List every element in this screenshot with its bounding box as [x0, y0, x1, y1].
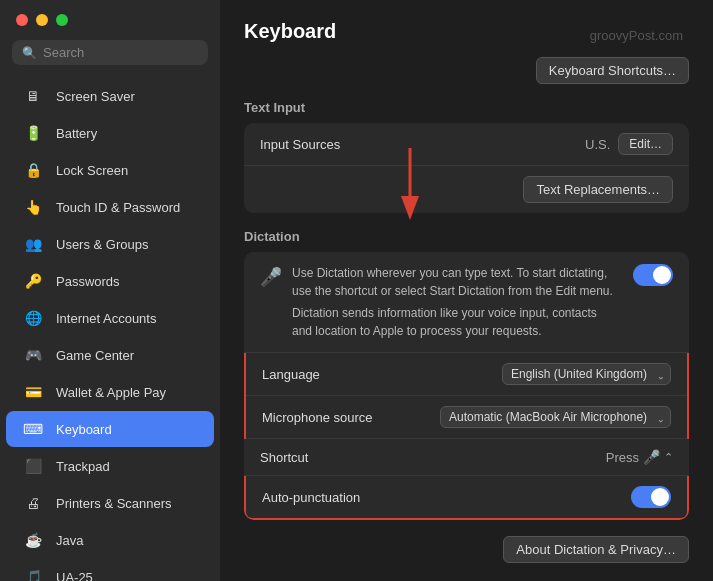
- sidebar-label-keyboard: Keyboard: [56, 422, 112, 437]
- search-icon: 🔍: [22, 46, 37, 60]
- keyboard-shortcuts-button[interactable]: Keyboard Shortcuts…: [536, 57, 689, 84]
- watermark: groovyPost.com: [590, 28, 683, 43]
- input-sources-label: Input Sources: [260, 137, 340, 152]
- sidebar-icon-battery: 🔋: [20, 120, 46, 146]
- sidebar-item-users-groups[interactable]: 👥Users & Groups: [6, 226, 214, 262]
- auto-punctuation-label: Auto-punctuation: [262, 490, 360, 505]
- sidebar-icon-keyboard: ⌨: [20, 416, 46, 442]
- about-dictation-button[interactable]: About Dictation & Privacy…: [503, 536, 689, 563]
- sidebar-label-lock-screen: Lock Screen: [56, 163, 128, 178]
- auto-punctuation-toggle[interactable]: [631, 486, 671, 508]
- main-content: groovyPost.com Keyboard Keyboard Shortcu…: [220, 0, 713, 581]
- sidebar-icon-passwords: 🔑: [20, 268, 46, 294]
- shortcut-value: Press 🎤 ⌃: [606, 449, 673, 465]
- bottom-row: About Dictation & Privacy…: [244, 536, 689, 563]
- sidebar-item-printers-scanners[interactable]: 🖨Printers & Scanners: [6, 485, 214, 521]
- sidebar-item-wallet[interactable]: 💳Wallet & Apple Pay: [6, 374, 214, 410]
- sidebar: 🔍 🖥Screen Saver🔋Battery🔒Lock Screen👆Touc…: [0, 0, 220, 581]
- sidebar-item-java[interactable]: ☕Java: [6, 522, 214, 558]
- input-sources-row: Input Sources U.S. Edit…: [244, 123, 689, 166]
- sidebar-item-touch-id[interactable]: 👆Touch ID & Password: [6, 189, 214, 225]
- sidebar-label-trackpad: Trackpad: [56, 459, 110, 474]
- sidebar-item-trackpad[interactable]: ⬛Trackpad: [6, 448, 214, 484]
- dictation-section-label: Dictation: [244, 229, 689, 244]
- sidebar-item-screen-saver[interactable]: 🖥Screen Saver: [6, 78, 214, 114]
- sidebar-icon-printers-scanners: 🖨: [20, 490, 46, 516]
- sidebar-label-printers-scanners: Printers & Scanners: [56, 496, 172, 511]
- shortcut-row: Shortcut Press 🎤 ⌃: [244, 439, 689, 476]
- language-select-wrapper[interactable]: English (United Kingdom): [502, 363, 671, 385]
- traffic-lights: [0, 0, 220, 36]
- sidebar-item-battery[interactable]: 🔋Battery: [6, 115, 214, 151]
- sidebar-item-keyboard[interactable]: ⌨Keyboard: [6, 411, 214, 447]
- sidebar-label-battery: Battery: [56, 126, 97, 141]
- input-sources-value: U.S. Edit…: [585, 133, 673, 155]
- sidebar-item-lock-screen[interactable]: 🔒Lock Screen: [6, 152, 214, 188]
- minimize-button[interactable]: [36, 14, 48, 26]
- language-select[interactable]: English (United Kingdom): [502, 363, 671, 385]
- sidebar-label-users-groups: Users & Groups: [56, 237, 148, 252]
- sidebar-item-game-center[interactable]: 🎮Game Center: [6, 337, 214, 373]
- input-sources-current: U.S.: [585, 137, 610, 152]
- sidebar-label-wallet: Wallet & Apple Pay: [56, 385, 166, 400]
- sidebar-icon-wallet: 💳: [20, 379, 46, 405]
- microphone-icon: 🎤: [260, 266, 282, 288]
- microphone-source-row: Microphone source Automatic (MacBook Air…: [246, 396, 687, 439]
- sidebar-label-screen-saver: Screen Saver: [56, 89, 135, 104]
- sidebar-icon-users-groups: 👥: [20, 231, 46, 257]
- sidebar-item-internet-accounts[interactable]: 🌐Internet Accounts: [6, 300, 214, 336]
- sidebar-icon-game-center: 🎮: [20, 342, 46, 368]
- sidebar-icon-ua25: 🎵: [20, 564, 46, 581]
- language-label: Language: [262, 367, 320, 382]
- dictation-toggle[interactable]: [633, 264, 673, 286]
- sidebar-label-internet-accounts: Internet Accounts: [56, 311, 156, 326]
- sidebar-label-ua25: UA-25: [56, 570, 93, 582]
- dictation-desc-text2: Dictation sends information like your vo…: [292, 304, 613, 340]
- dictation-description-row: 🎤 Use Dictation wherever you can type te…: [244, 252, 689, 353]
- microphone-source-select[interactable]: Automatic (MacBook Air Microphone): [440, 406, 671, 428]
- sidebar-icon-trackpad: ⬛: [20, 453, 46, 479]
- text-input-section-label: Text Input: [244, 100, 689, 115]
- sidebar-icon-lock-screen: 🔒: [20, 157, 46, 183]
- sidebar-list: 🖥Screen Saver🔋Battery🔒Lock Screen👆Touch …: [0, 73, 220, 581]
- edit-button[interactable]: Edit…: [618, 133, 673, 155]
- sidebar-item-passwords[interactable]: 🔑Passwords: [6, 263, 214, 299]
- microphone-source-label: Microphone source: [262, 410, 373, 425]
- text-replacements-button[interactable]: Text Replacements…: [523, 176, 673, 203]
- text-replacements-row: Text Replacements…: [244, 166, 689, 213]
- search-input[interactable]: [43, 45, 198, 60]
- sidebar-label-touch-id: Touch ID & Password: [56, 200, 180, 215]
- language-row: Language English (United Kingdom): [246, 353, 687, 396]
- dictation-desc-text1: Use Dictation wherever you can type text…: [292, 264, 613, 300]
- search-bar[interactable]: 🔍: [12, 40, 208, 65]
- sidebar-label-game-center: Game Center: [56, 348, 134, 363]
- shortcut-chevron: ⌃: [664, 451, 673, 464]
- sidebar-label-java: Java: [56, 533, 83, 548]
- shortcut-text: Press: [606, 450, 639, 465]
- top-button-row: Keyboard Shortcuts…: [244, 57, 689, 84]
- text-input-group: Input Sources U.S. Edit… Text Replacemen…: [244, 123, 689, 213]
- sidebar-icon-touch-id: 👆: [20, 194, 46, 220]
- sidebar-icon-java: ☕: [20, 527, 46, 553]
- sidebar-icon-screen-saver: 🖥: [20, 83, 46, 109]
- sidebar-item-ua25[interactable]: 🎵UA-25: [6, 559, 214, 581]
- sidebar-label-passwords: Passwords: [56, 274, 120, 289]
- auto-punctuation-row: Auto-punctuation: [246, 476, 687, 518]
- microphone-source-select-wrapper[interactable]: Automatic (MacBook Air Microphone): [440, 406, 671, 428]
- shortcut-label: Shortcut: [260, 450, 308, 465]
- close-button[interactable]: [16, 14, 28, 26]
- dictation-group: 🎤 Use Dictation wherever you can type te…: [244, 252, 689, 520]
- maximize-button[interactable]: [56, 14, 68, 26]
- shortcut-mic-icon: 🎤: [643, 449, 660, 465]
- sidebar-icon-internet-accounts: 🌐: [20, 305, 46, 331]
